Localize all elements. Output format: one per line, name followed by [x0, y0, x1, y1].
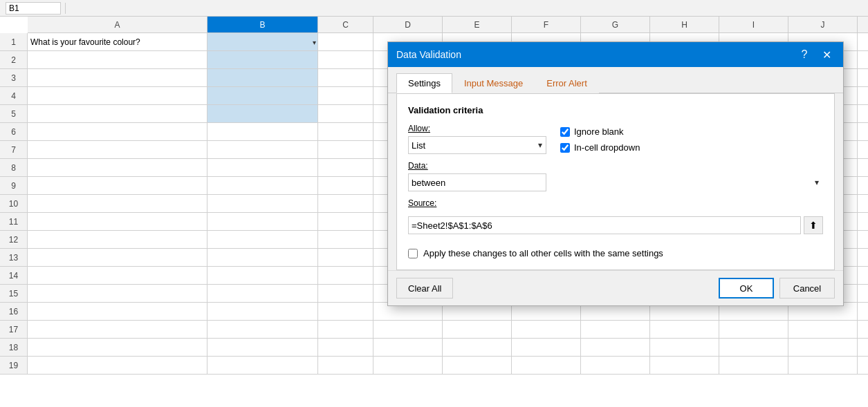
allow-col: Allow: List	[408, 124, 546, 154]
checkboxes-col: Ignore blank In-cell dropdown	[560, 126, 640, 153]
dialog-content: Validation criteria Allow: List Ignore b…	[396, 93, 835, 270]
apply-row: Apply these changes to all other cells w…	[408, 248, 823, 258]
allow-select-wrapper: List	[408, 136, 546, 154]
row-num-18: 18	[0, 339, 28, 356]
col-header-c[interactable]: C	[318, 17, 373, 32]
row-num-17: 17	[0, 321, 28, 338]
row-num-10: 10	[0, 195, 28, 212]
row-num-13: 13	[0, 249, 28, 266]
in-cell-dropdown-row: In-cell dropdown	[560, 142, 640, 153]
close-button[interactable]: ✕	[818, 46, 835, 63]
data-select[interactable]: between	[408, 173, 546, 191]
row-num-6: 6	[0, 123, 28, 140]
dropdown-arrow-icon: ▾	[313, 38, 316, 46]
cell-b1[interactable]: ▾	[207, 33, 318, 50]
section-title: Validation criteria	[408, 105, 823, 115]
cell-c1[interactable]	[318, 33, 373, 50]
col-header-f[interactable]: F	[512, 17, 581, 32]
cell-a1[interactable]: What is your favourite colour?	[28, 33, 207, 50]
apply-checkbox[interactable]	[408, 249, 418, 258]
cell-a3[interactable]	[28, 69, 207, 86]
tab-input-message[interactable]: Input Message	[452, 73, 535, 93]
formula-bar-separator	[65, 3, 66, 14]
col-header-d[interactable]: D	[373, 17, 443, 32]
source-col: Source: ⬆	[408, 198, 823, 234]
tab-error-alert[interactable]: Error Alert	[535, 73, 599, 93]
data-validation-dialog: Data Validation ? ✕ Settings Input Messa…	[387, 41, 844, 306]
cell-c4[interactable]	[318, 87, 373, 104]
col-header-h[interactable]: H	[650, 17, 719, 32]
dialog-body: Settings Input Message Error Alert Valid…	[388, 67, 843, 305]
help-button[interactable]: ?	[796, 46, 813, 63]
row-num-14: 14	[0, 267, 28, 284]
col-header-i[interactable]: I	[719, 17, 788, 32]
source-label: Source:	[408, 198, 823, 208]
in-cell-dropdown-checkbox[interactable]	[560, 143, 570, 153]
ignore-blank-row: Ignore blank	[560, 126, 640, 137]
cell-a5[interactable]	[28, 105, 207, 122]
row-num-15: 15	[0, 285, 28, 302]
allow-select[interactable]: List	[408, 136, 546, 154]
row-num-1: 1	[0, 33, 28, 50]
row-num-2: 2	[0, 51, 28, 68]
column-headers: A B C D E F G H I J	[28, 17, 868, 33]
row-num-16: 16	[0, 303, 28, 320]
row-num-3: 3	[0, 69, 28, 86]
row-num-12: 12	[0, 231, 28, 248]
table-row: 19	[0, 357, 868, 375]
formula-bar	[0, 0, 868, 17]
dialog-titlebar: Data Validation ? ✕	[388, 42, 843, 67]
dialog-title: Data Validation	[396, 49, 461, 60]
dialog-footer: Clear All OK Cancel	[388, 270, 843, 305]
dialog-tabs: Settings Input Message Error Alert	[388, 67, 843, 93]
table-row: 18	[0, 339, 868, 357]
ignore-blank-checkbox[interactable]	[560, 127, 570, 137]
cell-c2[interactable]	[318, 51, 373, 68]
table-row: 17	[0, 321, 868, 339]
data-label: Data:	[408, 161, 823, 171]
allow-row: Allow: List Ignore blank In-cell drop	[408, 124, 823, 154]
source-collapse-button[interactable]: ⬆	[804, 216, 823, 234]
name-box[interactable]	[6, 2, 61, 15]
col-header-j[interactable]: J	[788, 17, 858, 32]
col-header-g[interactable]: G	[581, 17, 650, 32]
row-num-5: 5	[0, 105, 28, 122]
data-select-wrapper: between	[408, 173, 823, 191]
tab-settings[interactable]: Settings	[396, 73, 452, 93]
ok-button[interactable]: OK	[719, 278, 774, 299]
source-row: ⬆	[408, 216, 823, 234]
in-cell-dropdown-label: In-cell dropdown	[574, 142, 640, 153]
dialog-title-controls: ? ✕	[796, 46, 835, 63]
row-num-9: 9	[0, 177, 28, 194]
row-num-19: 19	[0, 357, 28, 374]
ignore-blank-label: Ignore blank	[574, 126, 624, 137]
cell-b4[interactable]	[207, 87, 318, 104]
cell-a2[interactable]	[28, 51, 207, 68]
collapse-icon: ⬆	[809, 220, 818, 231]
row-num-4: 4	[0, 87, 28, 104]
row-num-11: 11	[0, 213, 28, 230]
cell-b5[interactable]	[207, 105, 318, 122]
apply-label: Apply these changes to all other cells w…	[423, 248, 663, 258]
footer-right: OK Cancel	[719, 278, 835, 299]
col-header-b[interactable]: B	[207, 17, 318, 32]
row-num-7: 7	[0, 141, 28, 158]
data-col: Data: between	[408, 161, 823, 191]
cell-a4[interactable]	[28, 87, 207, 104]
col-header-a[interactable]: A	[28, 17, 207, 32]
clear-all-button[interactable]: Clear All	[396, 278, 453, 299]
cancel-button[interactable]: Cancel	[779, 278, 835, 299]
cell-c5[interactable]	[318, 105, 373, 122]
cell-b2[interactable]	[207, 51, 318, 68]
row-num-8: 8	[0, 159, 28, 176]
source-input[interactable]	[408, 216, 801, 234]
cell-b3[interactable]	[207, 69, 318, 86]
allow-label: Allow:	[408, 124, 546, 133]
footer-left: Clear All	[396, 278, 453, 299]
col-header-e[interactable]: E	[443, 17, 512, 32]
cell-c3[interactable]	[318, 69, 373, 86]
